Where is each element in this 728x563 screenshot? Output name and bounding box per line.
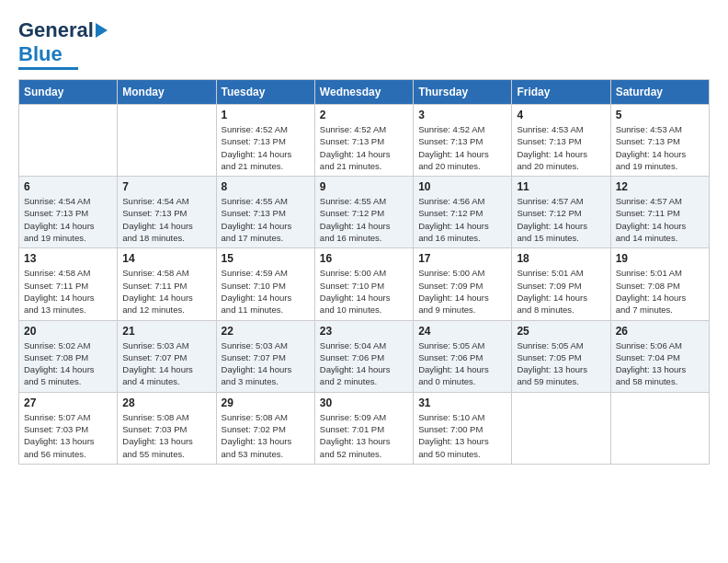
day-number: 5	[616, 109, 704, 121]
day-number: 17	[418, 252, 506, 265]
calendar-cell: 16Sunrise: 5:00 AMSunset: 7:10 PMDayligh…	[314, 248, 413, 320]
cell-content: Sunrise: 4:53 AMSunset: 7:13 PMDaylight:…	[517, 123, 605, 172]
cell-content: Sunrise: 5:08 AMSunset: 7:03 PMDaylight:…	[122, 411, 210, 460]
day-number: 24	[418, 325, 506, 338]
cell-content: Sunrise: 4:54 AMSunset: 7:13 PMDaylight:…	[24, 195, 112, 244]
day-number: 7	[122, 180, 210, 193]
day-number: 15	[222, 252, 310, 265]
cell-content: Sunrise: 5:04 AMSunset: 7:06 PMDaylight:…	[320, 339, 408, 388]
cell-content: Sunrise: 5:07 AMSunset: 7:03 PMDaylight:…	[24, 411, 112, 460]
cell-content: Sunrise: 5:01 AMSunset: 7:08 PMDaylight:…	[616, 267, 704, 316]
cell-content: Sunrise: 5:00 AMSunset: 7:10 PMDaylight:…	[320, 267, 408, 316]
logo: General Blue	[18, 18, 108, 70]
calendar-cell: 18Sunrise: 5:01 AMSunset: 7:09 PMDayligh…	[512, 248, 610, 320]
cell-content: Sunrise: 4:53 AMSunset: 7:13 PMDaylight:…	[616, 123, 704, 172]
header-sunday: Sunday	[19, 80, 118, 105]
header-monday: Monday	[118, 80, 216, 105]
calendar-cell: 31Sunrise: 5:10 AMSunset: 7:00 PMDayligh…	[414, 392, 512, 464]
cell-content: Sunrise: 4:52 AMSunset: 7:13 PMDaylight:…	[320, 123, 408, 172]
calendar-cell: 20Sunrise: 5:02 AMSunset: 7:08 PMDayligh…	[19, 320, 118, 392]
calendar-week-row: 6Sunrise: 4:54 AMSunset: 7:13 PMDaylight…	[19, 177, 710, 248]
calendar-cell	[118, 105, 216, 177]
calendar-cell: 23Sunrise: 5:04 AMSunset: 7:06 PMDayligh…	[314, 320, 413, 392]
logo-general-text: General	[18, 18, 94, 42]
logo-blue-text: Blue	[18, 42, 63, 66]
day-number: 16	[320, 252, 408, 265]
calendar-header-row: SundayMondayTuesdayWednesdayThursdayFrid…	[19, 80, 710, 105]
calendar-cell: 14Sunrise: 4:58 AMSunset: 7:11 PMDayligh…	[118, 248, 216, 320]
page-header: General Blue	[18, 18, 710, 70]
calendar-cell: 4Sunrise: 4:53 AMSunset: 7:13 PMDaylight…	[512, 105, 610, 177]
calendar-cell: 10Sunrise: 4:56 AMSunset: 7:12 PMDayligh…	[414, 177, 512, 248]
day-number: 26	[616, 325, 704, 338]
cell-content: Sunrise: 5:01 AMSunset: 7:09 PMDaylight:…	[517, 267, 605, 316]
cell-content: Sunrise: 5:09 AMSunset: 7:01 PMDaylight:…	[320, 411, 408, 460]
cell-content: Sunrise: 5:08 AMSunset: 7:02 PMDaylight:…	[222, 411, 310, 460]
day-number: 8	[222, 180, 310, 193]
logo-underline	[18, 67, 78, 70]
day-number: 6	[24, 180, 112, 193]
cell-content: Sunrise: 5:05 AMSunset: 7:05 PMDaylight:…	[517, 339, 605, 388]
calendar-cell	[610, 392, 709, 464]
logo-arrow-icon	[96, 23, 108, 38]
cell-content: Sunrise: 4:59 AMSunset: 7:10 PMDaylight:…	[222, 267, 310, 316]
calendar-cell: 30Sunrise: 5:09 AMSunset: 7:01 PMDayligh…	[314, 392, 413, 464]
day-number: 3	[418, 109, 506, 121]
cell-content: Sunrise: 4:52 AMSunset: 7:13 PMDaylight:…	[222, 123, 310, 172]
cell-content: Sunrise: 4:52 AMSunset: 7:13 PMDaylight:…	[418, 123, 506, 172]
day-number: 29	[222, 396, 310, 409]
day-number: 31	[418, 396, 506, 409]
cell-content: Sunrise: 5:02 AMSunset: 7:08 PMDaylight:…	[24, 339, 112, 388]
cell-content: Sunrise: 5:10 AMSunset: 7:00 PMDaylight:…	[418, 411, 506, 460]
calendar-cell: 2Sunrise: 4:52 AMSunset: 7:13 PMDaylight…	[314, 105, 413, 177]
day-number: 28	[122, 396, 210, 409]
day-number: 10	[418, 180, 506, 193]
header-wednesday: Wednesday	[314, 80, 413, 105]
header-thursday: Thursday	[414, 80, 512, 105]
day-number: 25	[517, 325, 605, 338]
calendar-cell: 5Sunrise: 4:53 AMSunset: 7:13 PMDaylight…	[610, 105, 709, 177]
calendar-week-row: 20Sunrise: 5:02 AMSunset: 7:08 PMDayligh…	[19, 320, 710, 392]
cell-content: Sunrise: 4:58 AMSunset: 7:11 PMDaylight:…	[122, 267, 210, 316]
calendar-cell: 21Sunrise: 5:03 AMSunset: 7:07 PMDayligh…	[118, 320, 216, 392]
day-number: 12	[616, 180, 704, 193]
calendar-cell: 8Sunrise: 4:55 AMSunset: 7:13 PMDaylight…	[216, 177, 314, 248]
calendar-cell: 28Sunrise: 5:08 AMSunset: 7:03 PMDayligh…	[118, 392, 216, 464]
calendar-cell: 6Sunrise: 4:54 AMSunset: 7:13 PMDaylight…	[19, 177, 118, 248]
calendar-cell: 17Sunrise: 5:00 AMSunset: 7:09 PMDayligh…	[414, 248, 512, 320]
calendar-cell: 25Sunrise: 5:05 AMSunset: 7:05 PMDayligh…	[512, 320, 610, 392]
cell-content: Sunrise: 4:54 AMSunset: 7:13 PMDaylight:…	[122, 195, 210, 244]
calendar-table: SundayMondayTuesdayWednesdayThursdayFrid…	[18, 79, 710, 465]
calendar-cell: 26Sunrise: 5:06 AMSunset: 7:04 PMDayligh…	[610, 320, 709, 392]
cell-content: Sunrise: 5:03 AMSunset: 7:07 PMDaylight:…	[222, 339, 310, 388]
calendar-cell: 22Sunrise: 5:03 AMSunset: 7:07 PMDayligh…	[216, 320, 314, 392]
day-number: 9	[320, 180, 408, 193]
day-number: 18	[517, 252, 605, 265]
calendar-cell: 3Sunrise: 4:52 AMSunset: 7:13 PMDaylight…	[414, 105, 512, 177]
day-number: 20	[24, 325, 112, 338]
calendar-cell: 12Sunrise: 4:57 AMSunset: 7:11 PMDayligh…	[610, 177, 709, 248]
calendar-cell: 9Sunrise: 4:55 AMSunset: 7:12 PMDaylight…	[314, 177, 413, 248]
day-number: 11	[517, 180, 605, 193]
calendar-cell: 11Sunrise: 4:57 AMSunset: 7:12 PMDayligh…	[512, 177, 610, 248]
cell-content: Sunrise: 4:57 AMSunset: 7:12 PMDaylight:…	[517, 195, 605, 244]
cell-content: Sunrise: 4:55 AMSunset: 7:12 PMDaylight:…	[320, 195, 408, 244]
calendar-cell: 29Sunrise: 5:08 AMSunset: 7:02 PMDayligh…	[216, 392, 314, 464]
calendar-week-row: 1Sunrise: 4:52 AMSunset: 7:13 PMDaylight…	[19, 105, 710, 177]
day-number: 27	[24, 396, 112, 409]
day-number: 22	[222, 325, 310, 338]
calendar-cell	[19, 105, 118, 177]
cell-content: Sunrise: 4:56 AMSunset: 7:12 PMDaylight:…	[418, 195, 506, 244]
day-number: 30	[320, 396, 408, 409]
day-number: 14	[122, 252, 210, 265]
day-number: 13	[24, 252, 112, 265]
calendar-week-row: 13Sunrise: 4:58 AMSunset: 7:11 PMDayligh…	[19, 248, 710, 320]
calendar-cell: 27Sunrise: 5:07 AMSunset: 7:03 PMDayligh…	[19, 392, 118, 464]
header-friday: Friday	[512, 80, 610, 105]
calendar-cell: 24Sunrise: 5:05 AMSunset: 7:06 PMDayligh…	[414, 320, 512, 392]
cell-content: Sunrise: 4:57 AMSunset: 7:11 PMDaylight:…	[616, 195, 704, 244]
cell-content: Sunrise: 4:55 AMSunset: 7:13 PMDaylight:…	[222, 195, 310, 244]
calendar-cell: 15Sunrise: 4:59 AMSunset: 7:10 PMDayligh…	[216, 248, 314, 320]
cell-content: Sunrise: 5:05 AMSunset: 7:06 PMDaylight:…	[418, 339, 506, 388]
header-tuesday: Tuesday	[216, 80, 314, 105]
